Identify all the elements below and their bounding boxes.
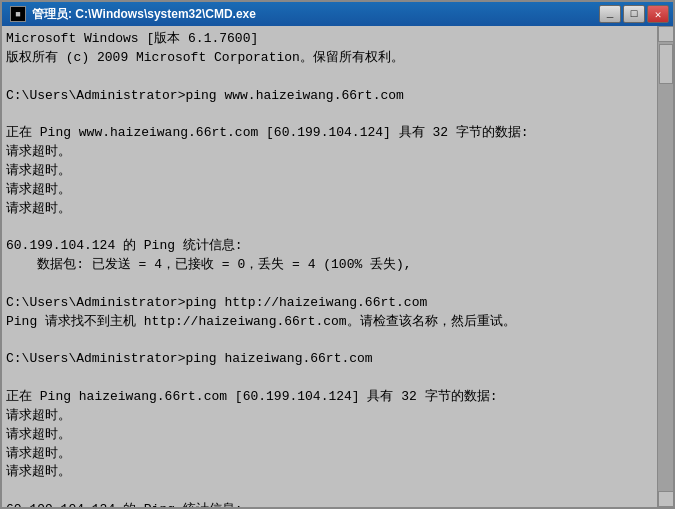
scroll-down-button[interactable]: ▼ xyxy=(658,491,674,507)
terminal-line: 请求超时。 xyxy=(6,463,653,482)
terminal-line: 请求超时。 xyxy=(6,426,653,445)
terminal-line: 请求超时。 xyxy=(6,200,653,219)
terminal-line: 60.199.104.124 的 Ping 统计信息: xyxy=(6,501,653,507)
window-icon: ■ xyxy=(10,6,26,22)
terminal-line: C:\Users\Administrator>ping www.haizeiwa… xyxy=(6,87,653,106)
terminal-line: C:\Users\Administrator>ping haizeiwang.6… xyxy=(6,350,653,369)
terminal-line xyxy=(6,332,653,351)
terminal-line: 请求超时。 xyxy=(6,407,653,426)
content-wrapper: Microsoft Windows [版本 6.1.7600]版权所有 (c) … xyxy=(2,26,673,507)
maximize-button[interactable]: □ xyxy=(623,5,645,23)
terminal-line: 请求超时。 xyxy=(6,181,653,200)
terminal-line: 请求超时。 xyxy=(6,143,653,162)
terminal-line: 数据包: 已发送 = 4，已接收 = 0，丢失 = 4 (100% 丢失), xyxy=(6,256,653,275)
window-title: 管理员: C:\Windows\system32\CMD.exe xyxy=(32,6,256,23)
terminal-line xyxy=(6,68,653,87)
terminal-line xyxy=(6,275,653,294)
terminal-line: 版权所有 (c) 2009 Microsoft Corporation。保留所有… xyxy=(6,49,653,68)
cmd-window: ■ 管理员: C:\Windows\system32\CMD.exe _ □ ✕… xyxy=(0,0,675,509)
scrollbar[interactable]: ▲ ▼ xyxy=(657,26,673,507)
terminal-output[interactable]: Microsoft Windows [版本 6.1.7600]版权所有 (c) … xyxy=(2,26,657,507)
scroll-thumb[interactable] xyxy=(659,44,673,84)
terminal-line: Ping 请求找不到主机 http://haizeiwang.66rt.com。… xyxy=(6,313,653,332)
terminal-line xyxy=(6,105,653,124)
terminal-line: Microsoft Windows [版本 6.1.7600] xyxy=(6,30,653,49)
terminal-line: 60.199.104.124 的 Ping 统计信息: xyxy=(6,237,653,256)
scroll-up-button[interactable]: ▲ xyxy=(658,26,674,42)
title-bar: ■ 管理员: C:\Windows\system32\CMD.exe _ □ ✕ xyxy=(2,2,673,26)
terminal-line xyxy=(6,218,653,237)
terminal-line xyxy=(6,369,653,388)
close-button[interactable]: ✕ xyxy=(647,5,669,23)
terminal-line: 正在 Ping www.haizeiwang.66rt.com [60.199.… xyxy=(6,124,653,143)
title-bar-content: ■ 管理员: C:\Windows\system32\CMD.exe xyxy=(10,6,256,23)
terminal-line: C:\Users\Administrator>ping http://haize… xyxy=(6,294,653,313)
terminal-line: 请求超时。 xyxy=(6,445,653,464)
terminal-line xyxy=(6,482,653,501)
title-buttons: _ □ ✕ xyxy=(599,5,669,23)
terminal-line: 请求超时。 xyxy=(6,162,653,181)
terminal-line: 正在 Ping haizeiwang.66rt.com [60.199.104.… xyxy=(6,388,653,407)
scroll-track[interactable] xyxy=(658,42,673,491)
minimize-button[interactable]: _ xyxy=(599,5,621,23)
